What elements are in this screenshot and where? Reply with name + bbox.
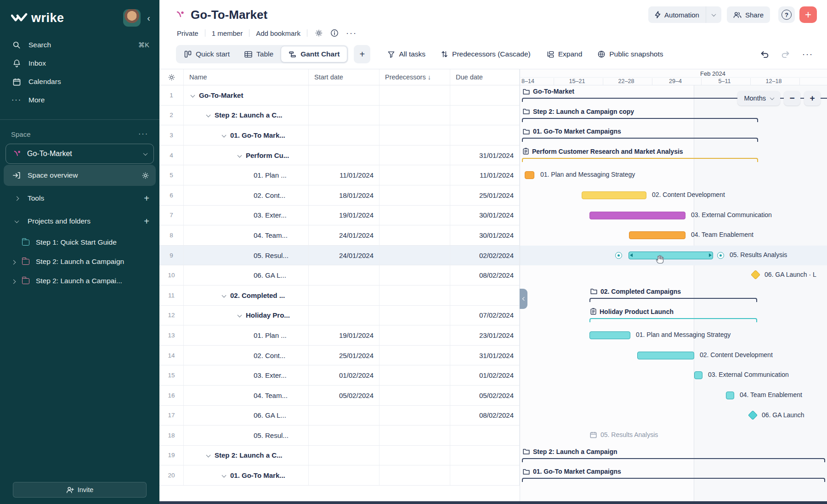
table-row[interactable]: 804. Team...24/01/202430/01/2024 (159, 225, 520, 246)
summary-bracket[interactable] (522, 138, 758, 142)
task-name-cell[interactable]: Perform Cu... (184, 146, 309, 165)
chevron-down-icon[interactable] (206, 453, 211, 458)
table-row[interactable]: 12Holiday Pro...07/02/2024 (159, 306, 520, 326)
sidebar-project-item[interactable]: Step 1: Quick Start Guide (0, 233, 159, 252)
task-name-cell[interactable]: Go-To-Market (184, 85, 309, 105)
summary-bracket[interactable] (522, 158, 758, 162)
sidebar-project-item[interactable]: Step 2: Launch a Campai... (0, 271, 159, 291)
invite-button[interactable]: Invite (13, 482, 147, 498)
due-date-cell[interactable]: 31/01/2024 (450, 346, 520, 365)
settings-gear-icon[interactable] (315, 29, 323, 37)
info-icon[interactable] (330, 29, 339, 37)
due-date-cell[interactable] (450, 85, 520, 105)
redo-icon[interactable] (781, 50, 790, 58)
resize-left-icon[interactable] (630, 253, 633, 257)
predecessors-cell[interactable] (380, 386, 450, 405)
filter-globe[interactable]: Public snapshots (598, 50, 663, 58)
undo-icon[interactable] (760, 50, 769, 58)
more-options-icon[interactable]: ··· (346, 28, 357, 38)
table-row[interactable]: 1604. Team...05/02/202405/02/2024 (159, 386, 520, 406)
column-header-start-date[interactable]: Start date (309, 69, 380, 85)
predecessors-cell[interactable] (380, 125, 450, 145)
start-date-cell[interactable] (309, 465, 380, 485)
task-bar[interactable] (637, 352, 694, 359)
task-name-cell[interactable]: 01. Go-To Mark... (184, 125, 309, 145)
toolbar-more-icon[interactable]: ··· (802, 50, 813, 59)
task-bar[interactable] (589, 212, 685, 219)
privacy-label[interactable]: Private (177, 29, 198, 37)
predecessors-cell[interactable] (380, 206, 450, 225)
table-row[interactable]: 1402. Cont...25/01/202431/01/2024 (159, 346, 520, 366)
start-date-cell[interactable] (309, 426, 380, 445)
task-name-cell[interactable]: 01. Plan ... (184, 325, 309, 345)
due-date-cell[interactable]: 08/02/2024 (450, 406, 520, 426)
chevron-down-icon[interactable] (222, 133, 227, 138)
table-row[interactable]: 1301. Plan ...19/01/202423/01/2024 (159, 325, 520, 346)
add-tool-icon[interactable]: + (144, 193, 149, 204)
predecessors-cell[interactable] (380, 325, 450, 345)
due-date-cell[interactable] (450, 426, 520, 445)
task-name-cell[interactable]: 06. GA L... (184, 265, 309, 285)
sidebar-collapse-icon[interactable]: ‹ (147, 13, 150, 23)
table-settings-cell[interactable] (159, 69, 184, 85)
add-new-button[interactable]: + (799, 6, 817, 23)
chevron-down-icon[interactable] (222, 473, 227, 478)
due-date-cell[interactable] (450, 125, 520, 145)
task-name-cell[interactable]: 05. Resul... (184, 246, 309, 265)
task-bar[interactable] (726, 392, 734, 399)
add-view-button[interactable]: + (354, 45, 370, 63)
sidebar-item-projects-and-folders[interactable]: Projects and folders + (4, 211, 156, 232)
start-date-cell[interactable]: 05/02/2024 (309, 386, 380, 405)
table-row[interactable]: 2001. Go-To Mark... (159, 465, 520, 486)
task-bar[interactable] (629, 252, 713, 259)
start-date-cell[interactable] (309, 265, 380, 285)
due-date-cell[interactable]: 01/02/2024 (450, 365, 520, 385)
task-name-cell[interactable]: 01. Go-To Mark... (184, 465, 309, 485)
table-row[interactable]: 1706. GA L...08/02/2024 (159, 406, 520, 426)
start-date-cell[interactable]: 25/01/2024 (309, 346, 380, 365)
predecessors-cell[interactable] (380, 85, 450, 105)
task-bar[interactable] (582, 191, 646, 199)
timescale-dropdown[interactable]: Months (737, 91, 780, 106)
due-date-cell[interactable] (450, 465, 520, 485)
sidebar-item-more[interactable]: ···More (0, 91, 159, 109)
start-date-cell[interactable] (309, 286, 380, 305)
table-row[interactable]: 602. Cont...18/01/202425/01/2024 (159, 185, 520, 206)
task-name-cell[interactable]: 01. Plan ... (184, 165, 309, 185)
milestone-icon[interactable] (748, 410, 758, 420)
due-date-cell[interactable]: 31/01/2024 (450, 146, 520, 165)
add-project-icon[interactable]: + (144, 216, 149, 227)
horizontal-scrollbar[interactable] (159, 501, 827, 504)
table-row[interactable]: 703. Exter...19/01/202430/01/2024 (159, 206, 520, 226)
predecessors-cell[interactable] (380, 246, 450, 265)
predecessors-cell[interactable] (380, 165, 450, 185)
start-date-cell[interactable] (309, 85, 380, 105)
table-row[interactable]: 301. Go-To Mark... (159, 125, 520, 146)
tab-quick-start[interactable]: Quick start (177, 46, 237, 62)
add-bookmark-link[interactable]: Add bookmark (256, 29, 300, 37)
column-header-name[interactable]: Name (184, 69, 309, 85)
table-row[interactable]: 501. Plan ...11/01/202411/01/2024 (159, 165, 520, 185)
task-name-cell[interactable]: 04. Team... (184, 225, 309, 245)
predecessors-cell[interactable] (380, 406, 450, 426)
task-name-cell[interactable]: Step 2: Launch a C... (184, 446, 309, 465)
task-name-cell[interactable]: 03. Exter... (184, 365, 309, 385)
sidebar-item-calendars[interactable]: Calendars (0, 73, 159, 91)
dependency-handle-icon[interactable] (717, 252, 724, 259)
due-date-cell[interactable]: 07/02/2024 (450, 306, 520, 325)
table-row[interactable]: 1006. GA L...08/02/2024 (159, 265, 520, 286)
predecessors-cell[interactable] (380, 185, 450, 205)
table-row[interactable]: 905. Resul...24/01/202402/02/2024 (159, 246, 520, 266)
user-avatar[interactable] (123, 9, 141, 27)
predecessors-cell[interactable] (380, 306, 450, 325)
start-date-cell[interactable]: 01/02/2024 (309, 365, 380, 385)
due-date-cell[interactable]: 25/01/2024 (450, 185, 520, 205)
task-bar[interactable] (694, 371, 702, 379)
due-date-cell[interactable]: 30/01/2024 (450, 206, 520, 225)
predecessors-cell[interactable] (380, 106, 450, 125)
due-date-cell[interactable]: 08/02/2024 (450, 265, 520, 285)
due-date-cell[interactable]: 23/01/2024 (450, 325, 520, 345)
wrike-logo[interactable]: wrike (11, 11, 123, 25)
task-bar[interactable] (629, 231, 685, 239)
column-header-due-date[interactable]: Due date (450, 69, 520, 85)
